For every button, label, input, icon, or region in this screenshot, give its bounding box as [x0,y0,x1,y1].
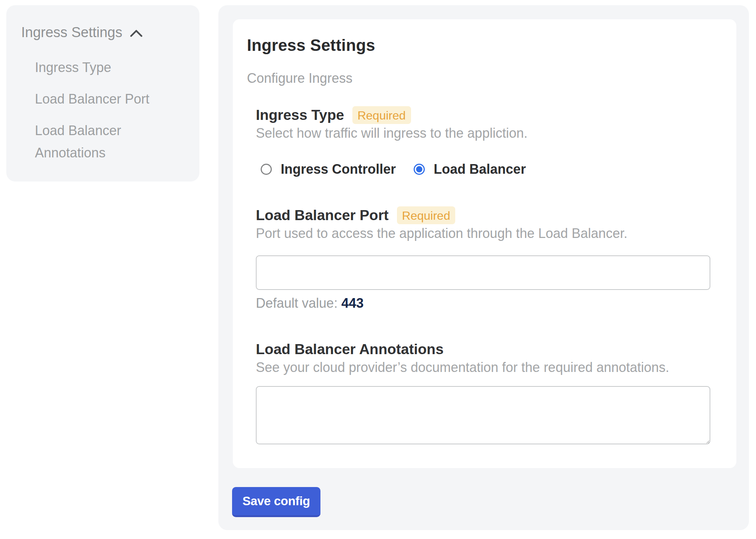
ingress-settings-card: Ingress Settings Configure Ingress Ingre… [233,19,736,468]
page-subtitle: Configure Ingress [247,70,711,86]
radio-icon[interactable] [414,164,425,175]
field-label-row: Ingress Type Required [256,106,711,124]
radio-icon[interactable] [261,164,272,175]
load-balancer-port-input[interactable] [256,255,710,290]
save-config-button[interactable]: Save config [232,487,320,517]
radio-option-load-balancer[interactable]: Load Balancer [414,161,526,177]
sidebar-group-ingress-settings[interactable]: Ingress Settings [21,23,185,42]
field-help: Select how traffic will ingress to the a… [256,125,711,141]
sidebar-group-label: Ingress Settings [21,23,122,42]
load-balancer-annotations-textarea[interactable] [256,386,710,444]
field-label: Load Balancer Port [256,206,389,224]
field-load-balancer-port: Load Balancer Port Required Port used to… [256,206,711,311]
radio-label: Ingress Controller [281,161,396,177]
required-badge: Required [352,106,411,124]
ingress-type-radio-group: Ingress Controller Load Balancer [256,161,711,177]
default-value-note: Default value:443 [256,295,711,311]
field-label: Ingress Type [256,106,344,124]
sidebar-item-load-balancer-port[interactable]: Load Balancer Port [35,88,185,110]
required-badge: Required [397,206,456,224]
sidebar-item-ingress-type[interactable]: Ingress Type [35,56,185,79]
config-nav-sidebar: Ingress Settings Ingress Type Load Balan… [6,5,199,182]
field-ingress-type: Ingress Type Required Select how traffic… [256,106,711,177]
config-main-panel: Ingress Settings Configure Ingress Ingre… [218,5,749,530]
sidebar-item-load-balancer-annotations[interactable]: Load Balancer Annotations [35,120,185,164]
field-load-balancer-annotations: Load Balancer Annotations See your cloud… [256,340,711,444]
page-title: Ingress Settings [247,35,711,55]
field-label-row: Load Balancer Annotations [256,340,711,358]
field-label-row: Load Balancer Port Required [256,206,711,224]
field-help: Port used to access the application thro… [256,225,711,242]
default-value: 443 [341,295,364,311]
field-label: Load Balancer Annotations [256,340,444,358]
radio-label: Load Balancer [434,161,526,177]
field-list: Ingress Type Required Select how traffic… [256,106,711,444]
default-value-label: Default value: [256,295,338,311]
sidebar-item-list: Ingress Type Load Balancer Port Load Bal… [21,56,185,164]
field-help: See your cloud provider’s documentation … [256,359,711,376]
radio-option-ingress-controller[interactable]: Ingress Controller [261,161,396,177]
chevron-up-icon [130,29,143,37]
